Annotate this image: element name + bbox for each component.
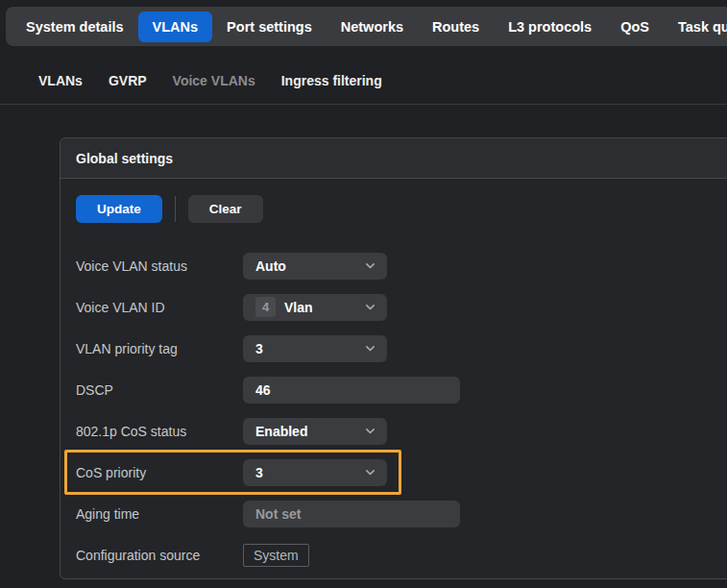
nav-tab-port-settings[interactable]: Port settings: [212, 12, 327, 42]
update-button[interactable]: Update: [76, 195, 162, 223]
dscp-input[interactable]: [243, 377, 460, 404]
voice-vlan-status-select[interactable]: Auto: [243, 253, 387, 280]
nav-tab-l3-protocols[interactable]: L3 protocols: [494, 12, 606, 42]
subnav-tab-vlans[interactable]: VLANs: [38, 73, 83, 88]
cos-status-select[interactable]: Enabled: [243, 418, 387, 445]
field-label: Configuration source: [76, 548, 243, 563]
clear-button[interactable]: Clear: [188, 195, 263, 223]
chevron-down-icon: [364, 301, 376, 313]
select-value: Vlan: [284, 300, 313, 315]
field-label: Voice VLAN ID: [76, 300, 243, 315]
configuration-source-value: System: [243, 544, 309, 567]
nav-tab-vlans[interactable]: VLANs: [138, 12, 213, 42]
select-value: 3: [255, 465, 263, 480]
subnav-divider: [0, 104, 727, 105]
nav-tab-qos[interactable]: QoS: [606, 12, 664, 42]
field-label: Voice VLAN status: [76, 258, 243, 274]
select-value: Enabled: [255, 424, 307, 439]
row-cos-priority: CoS priority 3: [76, 452, 715, 493]
row-aging-time: Aging time: [76, 493, 715, 534]
row-voice-vlan-status: Voice VLAN status Auto: [76, 245, 715, 286]
chevron-down-icon: [364, 342, 376, 355]
nav-tab-routes[interactable]: Routes: [418, 12, 494, 42]
select-value: Auto: [255, 258, 286, 274]
row-voice-vlan-id: Voice VLAN ID 4 Vlan: [76, 286, 715, 328]
row-dscp: DSCP: [76, 369, 715, 410]
subnav-tab-voice-vlans[interactable]: Voice VLANs: [173, 73, 255, 88]
subnav-tab-ingress-filtering[interactable]: Ingress filtering: [281, 73, 382, 88]
field-label: VLAN priority tag: [76, 341, 243, 356]
panel-body: Update Clear Voice VLAN status Auto Voic…: [61, 179, 727, 576]
action-buttons-row: Update Clear: [76, 196, 715, 222]
row-vlan-priority-tag: VLAN priority tag 3: [76, 328, 715, 369]
global-settings-panel: Global settings Update Clear Voice VLAN …: [60, 137, 727, 579]
chevron-down-icon: [364, 259, 376, 272]
panel-header: Global settings: [61, 138, 727, 179]
field-label: 802.1p CoS status: [76, 424, 243, 439]
vlan-id-badge: 4: [255, 297, 276, 317]
subnav-tab-gvrp[interactable]: GVRP: [109, 73, 147, 88]
nav-tab-system-details[interactable]: System details: [12, 12, 138, 42]
chevron-down-icon: [364, 425, 376, 437]
field-label: DSCP: [76, 382, 243, 398]
nav-tab-task-queue[interactable]: Task queue: [664, 12, 727, 42]
cos-priority-select[interactable]: 3: [243, 459, 387, 486]
row-configuration-source: Configuration source System: [76, 534, 715, 576]
row-cos-status: 802.1p CoS status Enabled: [76, 410, 715, 452]
chevron-down-icon: [364, 466, 376, 478]
nav-tab-networks[interactable]: Networks: [327, 12, 418, 42]
button-separator: [175, 196, 176, 222]
select-value: 3: [255, 341, 263, 356]
subnav: VLANs GVRP Voice VLANs Ingress filtering: [38, 73, 382, 88]
aging-time-input[interactable]: [243, 501, 460, 527]
field-label: CoS priority: [76, 465, 243, 480]
vlan-priority-tag-select[interactable]: 3: [243, 335, 387, 362]
field-label: Aging time: [76, 506, 243, 522]
voice-vlan-id-select[interactable]: 4 Vlan: [243, 294, 387, 321]
panel-title: Global settings: [76, 151, 173, 166]
top-navbar: System details VLANs Port settings Netwo…: [6, 7, 727, 46]
